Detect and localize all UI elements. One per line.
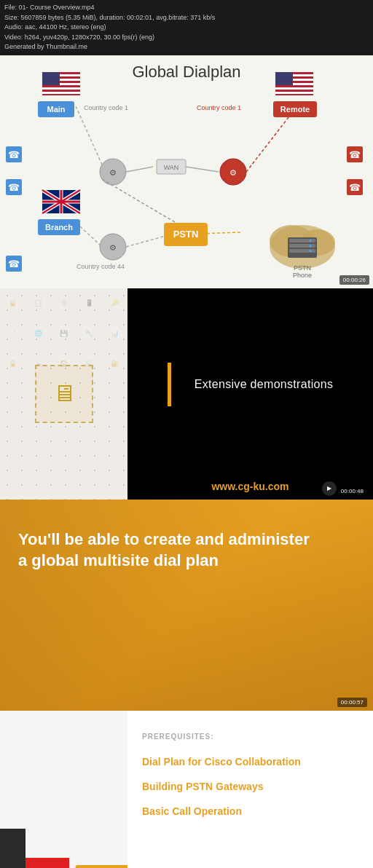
cta-timestamp: 00:00:57 [337, 698, 367, 707]
video-timestamp: 00:00:48 [337, 486, 367, 496]
svg-rect-7 [42, 85, 80, 87]
svg-point-77 [310, 245, 312, 247]
video-content: Extensive demonstrations [127, 288, 373, 481]
svg-point-76 [310, 240, 312, 242]
prereq-item-1: Dial Plan for Cisco Collaboration [142, 755, 358, 768]
prereq-red-shape [25, 858, 69, 869]
dialplan-diagram: Main Remote Branch Country code 1 Countr… [0, 55, 373, 288]
svg-rect-20 [275, 90, 313, 92]
svg-text:⚙: ⚙ [109, 168, 117, 177]
svg-line-61 [186, 167, 219, 172]
cta-section: You'll be able to create and administer … [0, 500, 373, 711]
svg-text:Country code 1: Country code 1 [197, 104, 241, 111]
svg-line-62 [246, 114, 291, 172]
svg-text:☎: ☎ [8, 149, 20, 160]
svg-rect-73 [289, 239, 315, 242]
svg-line-64 [80, 226, 102, 247]
svg-text:PSTN: PSTN [173, 229, 199, 240]
svg-text:Remote: Remote [280, 105, 310, 114]
svg-text:Main: Main [47, 105, 65, 114]
file-info-line4: Video: h264, yuv420p, 1280x720, 30.00 fp… [4, 33, 369, 43]
prereq-section: PREREQUISITES: Dial Plan for Cisco Colla… [0, 711, 373, 869]
video-play-button[interactable] [322, 481, 337, 496]
video-player[interactable]: Extensive demonstrations www.cg-ku.com [127, 288, 373, 500]
svg-rect-75 [289, 249, 315, 253]
video-accent-bar [168, 363, 171, 406]
prereq-section-wrapper: PREREQUISITES: Dial Plan for Cisco Colla… [0, 711, 373, 869]
file-info-line3: Audio: aac, 44100 Hz, stereo (eng) [4, 23, 369, 33]
svg-rect-74 [289, 244, 315, 248]
file-info-bar: File: 01- Course Overview.mp4 Size: 5607… [0, 0, 373, 55]
svg-rect-18 [275, 85, 313, 87]
prereq-item-2: Building PSTN Gateways [142, 780, 358, 793]
dialplan-timestamp: 00:00:26 [339, 275, 369, 285]
cta-text: You'll be able to create and administer … [18, 529, 310, 572]
svg-point-78 [310, 250, 312, 252]
svg-text:⚙: ⚙ [109, 243, 117, 252]
svg-text:Branch: Branch [45, 223, 73, 232]
dialplan-section: Global Dialplan [0, 55, 373, 288]
prereq-item-3: Basic Call Operation [142, 805, 358, 818]
svg-rect-10 [42, 92, 80, 94]
video-left-panel: 🖥 🔒 📋 ⚙ 📱 🔑 📄 🌐 💾 🔧 📊 🔒 ☁ 🏠 📡 🔐 [0, 288, 127, 500]
svg-line-60 [126, 167, 153, 172]
video-main-text: Extensive demonstrations [195, 378, 333, 391]
file-info-line1: File: 01- Course Overview.mp4 [4, 3, 369, 13]
center-icon-box: 🖥 [35, 365, 93, 423]
svg-line-59 [76, 106, 102, 165]
svg-rect-8 [42, 87, 80, 90]
svg-text:Phone: Phone [293, 272, 312, 279]
svg-rect-9 [42, 90, 80, 92]
file-info-line5: Generated by Thumbnail.me [4, 42, 369, 52]
svg-text:☎: ☎ [349, 149, 361, 160]
svg-line-63 [102, 179, 182, 226]
svg-rect-21 [275, 92, 313, 94]
svg-rect-19 [275, 87, 313, 90]
video-section: 🖥 🔒 📋 ⚙ 📱 🔑 📄 🌐 💾 🔧 📊 🔒 ☁ 🏠 📡 🔐 [0, 288, 373, 500]
prereq-left-panel [0, 711, 127, 869]
prereq-label: PREREQUISITES: [142, 733, 358, 741]
prereq-right-panel: PREREQUISITES: Dial Plan for Cisco Colla… [127, 711, 373, 869]
file-info-line2: Size: 5607859 bytes (5.35 MiB), duration… [4, 13, 369, 23]
svg-text:☎: ☎ [8, 182, 20, 193]
svg-text:☎: ☎ [8, 259, 20, 269]
svg-text:Country code 1: Country code 1 [84, 104, 128, 111]
svg-text:PSTN: PSTN [294, 264, 311, 272]
svg-text:WAN: WAN [164, 164, 179, 171]
svg-rect-11 [42, 72, 60, 85]
prereq-dark-bar [0, 829, 25, 869]
svg-text:☎: ☎ [349, 182, 361, 193]
svg-text:Country code 44: Country code 44 [76, 263, 125, 270]
svg-rect-22 [275, 72, 293, 85]
svg-text:⚙: ⚙ [229, 168, 237, 177]
